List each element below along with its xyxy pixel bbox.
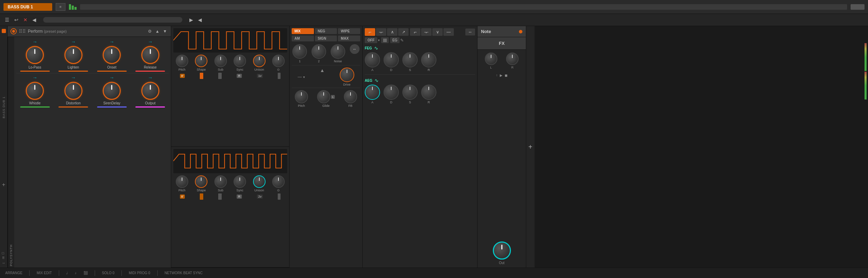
right-level-meters bbox=[863, 42, 868, 101]
knobs-row1: → Lo-Pass → Lighten → bbox=[16, 39, 169, 72]
env-off-btn[interactable]: OFF bbox=[365, 37, 377, 43]
mixer-osc1-label: 1 bbox=[299, 59, 301, 63]
osc1-pitch-label: Pitch bbox=[179, 68, 186, 71]
env-shape-btn-5[interactable]: ¬⌐ bbox=[421, 28, 432, 36]
osc1-values-row: 8' R 1v bbox=[173, 73, 287, 79]
add-track-btn[interactable]: + bbox=[2, 182, 5, 188]
aeg-d-knob[interactable] bbox=[384, 85, 399, 100]
mixer-osc1-knob[interactable] bbox=[292, 44, 307, 59]
env-off-arrow[interactable]: ▾ bbox=[378, 38, 380, 42]
settings-btn[interactable]: ⚙ bbox=[147, 29, 153, 34]
lopass-knob[interactable] bbox=[26, 46, 44, 64]
release-knob[interactable] bbox=[141, 46, 159, 64]
piano-icon[interactable]: □ bbox=[2, 251, 6, 255]
osc1-sync-knob[interactable] bbox=[234, 55, 246, 67]
aeg-s-knob[interactable] bbox=[402, 85, 418, 100]
status-mix-edit[interactable]: MIX EDIT bbox=[37, 271, 52, 275]
mixer-drive-label: Drive bbox=[343, 83, 350, 86]
mix-btn[interactable]: MIX bbox=[292, 28, 314, 34]
aeg-a-knob[interactable] bbox=[365, 85, 380, 100]
osc1-sub-knob[interactable] bbox=[214, 55, 227, 67]
osc2-unison-knob[interactable] bbox=[253, 175, 266, 188]
whistle-knob[interactable] bbox=[26, 82, 44, 100]
lighten-knob[interactable] bbox=[64, 46, 82, 64]
up-btn[interactable]: ▲ bbox=[154, 29, 160, 34]
l-knob-group: L bbox=[485, 53, 497, 69]
note-btn[interactable]: Note bbox=[481, 29, 491, 34]
osc2-sync-knob[interactable] bbox=[234, 175, 246, 188]
lopass-color-bar bbox=[20, 71, 50, 72]
mixer-glide-knob[interactable] bbox=[317, 90, 330, 103]
sirendelay-knob[interactable] bbox=[103, 82, 121, 100]
osc2-sub-label: Sub bbox=[218, 189, 223, 192]
drag-handle[interactable]: ⠿⠿ bbox=[19, 29, 26, 34]
osc1-unison-knob[interactable] bbox=[253, 55, 266, 67]
l-knob[interactable] bbox=[485, 53, 497, 65]
status-arrange[interactable]: ARRANGE bbox=[5, 271, 22, 275]
osc2-waveform bbox=[173, 149, 287, 173]
list-icon[interactable]: ☰ bbox=[3, 16, 11, 23]
env-shape-btn-4[interactable]: ⌐ bbox=[410, 28, 420, 36]
perform-panel: ⠿⠿ Perform (preset page) ⚙ ▲ ▼ POLYSYNTH bbox=[8, 26, 171, 268]
osc2-detune-knob[interactable] bbox=[272, 175, 285, 188]
right-add-btn[interactable]: + bbox=[528, 143, 532, 151]
env-shape-btn-1[interactable]: ¬⌐ bbox=[376, 28, 386, 36]
mixer-noise-knob[interactable] bbox=[331, 44, 345, 59]
scroll-bar[interactable] bbox=[43, 17, 182, 23]
arrow-left2-btn[interactable]: ◀ bbox=[197, 16, 203, 23]
feg-d-knob[interactable] bbox=[384, 52, 399, 67]
wipe-btn[interactable]: WIPE bbox=[338, 28, 360, 34]
osc1-shape-knob[interactable] bbox=[195, 55, 207, 67]
sign-btn[interactable]: SIGN bbox=[315, 35, 337, 41]
feg-s-knob[interactable] bbox=[402, 52, 418, 67]
mixer-divider2 bbox=[292, 88, 360, 88]
fx-btn[interactable]: FX bbox=[481, 41, 522, 46]
env-eg-btn[interactable]: EG bbox=[390, 37, 399, 43]
arrow-left-btn[interactable]: ◀ bbox=[31, 16, 38, 23]
am-btn[interactable]: AM bbox=[292, 35, 314, 41]
neg-btn[interactable]: NEG bbox=[315, 28, 337, 34]
down-btn[interactable]: ▼ bbox=[162, 29, 168, 34]
status-solo: SOLO 0 bbox=[102, 271, 115, 275]
env-shape-btn-7[interactable]: — bbox=[443, 28, 454, 36]
play-icon[interactable]: ▶ bbox=[500, 73, 503, 77]
mixer-arrow-btn[interactable]: ↔ bbox=[350, 44, 360, 54]
out-knob[interactable] bbox=[493, 241, 511, 260]
feg-a-knob[interactable] bbox=[365, 52, 380, 67]
note-section: Note bbox=[478, 26, 526, 37]
onset-knob[interactable] bbox=[103, 46, 121, 64]
feg-r-knob[interactable] bbox=[421, 52, 436, 67]
osc2-shape-knob[interactable] bbox=[195, 175, 207, 188]
grid-icon[interactable]: ⠿ bbox=[2, 256, 6, 260]
arrow-right-btn[interactable]: ▶ bbox=[188, 16, 195, 23]
sirendelay-color-bar bbox=[97, 106, 127, 108]
undo-btn[interactable]: ↩ bbox=[13, 16, 20, 23]
mixer-osc2-knob[interactable] bbox=[311, 44, 326, 59]
env-bars-btn[interactable]: |||| bbox=[381, 37, 389, 43]
env-shape-btn-3[interactable]: ↗ bbox=[398, 28, 409, 36]
osc2-sub-knob[interactable] bbox=[214, 175, 227, 188]
aeg-d-label: D bbox=[390, 101, 393, 104]
close-btn[interactable]: ✕ bbox=[22, 16, 29, 23]
feg-a-label: A bbox=[371, 68, 373, 72]
osc1-detune-knob[interactable] bbox=[272, 55, 285, 67]
env-shape-btn-2[interactable]: ∧ bbox=[387, 28, 397, 36]
env-shape-btn-0[interactable]: ⌐ bbox=[365, 28, 375, 36]
arrow-icon[interactable]: ↔ bbox=[2, 261, 6, 265]
power-button[interactable] bbox=[10, 28, 17, 34]
osc2-pitch-knob[interactable] bbox=[176, 175, 188, 188]
distortion-knob[interactable] bbox=[64, 82, 82, 100]
env-pencil-btn[interactable]: ✎ bbox=[400, 38, 404, 43]
aeg-r-knob[interactable] bbox=[421, 85, 436, 100]
osc1-pitch-knob[interactable] bbox=[176, 55, 188, 67]
menu-btn[interactable]: ≡ bbox=[56, 3, 65, 11]
mixer-drive-knob[interactable] bbox=[340, 67, 354, 82]
env-arrow-btn[interactable]: ↔ bbox=[465, 29, 475, 35]
mixer-pitch-knob[interactable] bbox=[295, 90, 308, 103]
mixer-fb-knob[interactable] bbox=[344, 90, 357, 103]
max-btn[interactable]: MAX bbox=[338, 35, 360, 41]
output-knob[interactable] bbox=[141, 82, 159, 100]
r-knob[interactable] bbox=[506, 53, 519, 65]
stop-icon[interactable]: ◼ bbox=[505, 73, 507, 77]
env-shape-btn-6[interactable]: ∨ bbox=[432, 28, 443, 36]
